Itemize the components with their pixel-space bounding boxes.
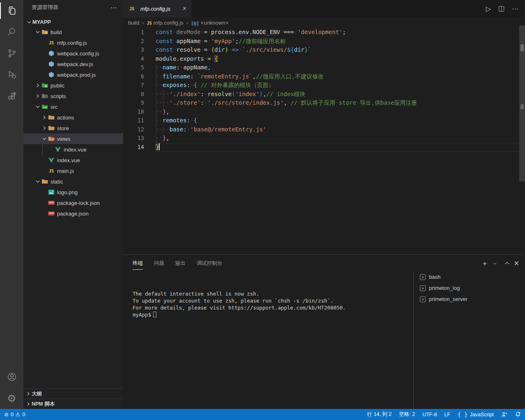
code-line-6[interactable]: 6··filename:·`remoteEntry.js`,//微应用入口,不建…: [123, 72, 519, 81]
tree-item-label: scripts: [50, 93, 66, 99]
code-line-1[interactable]: 1const·devMode·=·process.env.NODE_ENV·==…: [123, 28, 519, 37]
settings-gear-icon[interactable]: ⚙: [0, 388, 23, 409]
feedback-icon[interactable]: [499, 411, 510, 418]
code-line-11[interactable]: 11··remotes:·{: [123, 116, 519, 125]
tree-item-store[interactable]: store: [23, 123, 123, 133]
sidebar-section-NPM 脚本[interactable]: NPM 脚本: [23, 399, 123, 409]
source-control-icon[interactable]: [0, 43, 23, 64]
breadcrumb-item[interactable]: build: [128, 20, 139, 26]
breadcrumb-item[interactable]: JSmfp.config.js: [147, 20, 183, 26]
tree-item-webpack-prod-js[interactable]: webpack.prod.js: [23, 69, 123, 80]
code-line-8[interactable]: 8····'./index':·resolve('index'),//·inde…: [123, 90, 519, 99]
tree-item-src[interactable]: src: [23, 101, 123, 112]
code-line-13[interactable]: 13··},: [123, 134, 519, 143]
split-editor-icon[interactable]: [498, 6, 504, 12]
terminal-instance-bash[interactable]: >bash: [414, 271, 525, 282]
tree-item-static[interactable]: static: [23, 176, 123, 187]
chevron-spacer: [41, 168, 48, 174]
notifications-bell-icon[interactable]: [512, 411, 521, 418]
code-line-12[interactable]: 12····base:·'base@/remoteEntry.js': [123, 125, 519, 134]
chevron-right-icon: [25, 390, 32, 397]
chevron-right-icon[interactable]: [41, 125, 48, 131]
search-icon[interactable]: [0, 21, 23, 43]
sidebar-more-actions-icon[interactable]: ⋯: [110, 4, 117, 11]
indentation[interactable]: 空格: 2: [397, 411, 417, 418]
code-line-7[interactable]: 7··exposes:·{·//·对外暴露的模块（页面）: [123, 81, 519, 90]
language-mode[interactable]: { } JavaScript: [455, 412, 496, 418]
chevron-right-icon[interactable]: [41, 114, 48, 121]
terminal-output[interactable]: The default interactive shell is now zsh…: [133, 290, 406, 318]
tree-item-mfp-config-js[interactable]: JSmfp.config.js: [23, 37, 123, 48]
tree-item-label: webpack.prod.js: [57, 72, 96, 78]
tree-item-package-json[interactable]: npmpackage.json: [23, 208, 123, 219]
code-line-10[interactable]: 10··},: [123, 108, 519, 117]
tree-item-index-vue[interactable]: index.vue: [23, 144, 123, 155]
code-line-2[interactable]: 2const·appName·=·'myApp';//微前端应用名称: [123, 37, 519, 46]
encoding[interactable]: UTF-8: [420, 412, 439, 418]
chevron-spacer: [48, 146, 54, 153]
panel-tab-问题[interactable]: 问题: [154, 257, 164, 269]
tab-close-icon[interactable]: ×: [183, 5, 186, 12]
tree-item-webpack-dev-js[interactable]: webpack.dev.js: [23, 59, 123, 69]
tree-item-index-vue[interactable]: index.vue: [23, 155, 123, 165]
indent-guide: [156, 108, 156, 117]
tree-item-public[interactable]: public: [23, 80, 123, 91]
errors-count: 0: [11, 412, 14, 418]
chevron-down-icon[interactable]: [34, 178, 41, 185]
line-content: const·appName·=·'myApp';//微前端应用名称: [156, 37, 519, 46]
terminal-dropdown-icon[interactable]: [493, 261, 497, 266]
panel-tab-输出[interactable]: 输出: [175, 257, 186, 269]
folder-scripts-icon: [41, 93, 48, 99]
activity-bar: ⚙: [0, 0, 23, 409]
sidebar-section-大纲[interactable]: 大纲: [23, 388, 123, 399]
eol-sequence[interactable]: LF: [442, 412, 453, 418]
code-line-9[interactable]: 9····'./store':·'./src/store/index.js',·…: [123, 99, 519, 108]
terminal-instance-primeton_server[interactable]: >primeton_server: [414, 294, 525, 305]
chevron-right-icon[interactable]: [34, 82, 41, 89]
line-content: const·devMode·=·process.env.NODE_ENV·===…: [156, 28, 519, 37]
code-line-4[interactable]: 4module.exports·=·{: [123, 55, 519, 64]
tree-item-scripts[interactable]: scripts: [23, 91, 123, 101]
line-content: ··name:·appName,: [156, 63, 519, 72]
problems-status[interactable]: ⊘ 0 ⚠ 0: [4, 409, 28, 420]
code-editor[interactable]: 1const·devMode·=·process.env.NODE_ENV·==…: [123, 28, 519, 151]
indent-guide: [163, 90, 163, 99]
run-debug-icon[interactable]: [0, 64, 23, 85]
run-file-icon[interactable]: ▷: [486, 5, 491, 13]
extensions-icon[interactable]: [0, 85, 23, 107]
tree-item-build[interactable]: build: [23, 27, 123, 37]
tree-item-actions[interactable]: actions: [23, 112, 123, 123]
folder-build-icon: [41, 29, 48, 35]
explorer-icon[interactable]: [0, 0, 23, 21]
indent-guide: [156, 81, 156, 90]
terminal-instance-primeton_log[interactable]: >primeton_log: [414, 282, 525, 294]
chevron-down-icon[interactable]: [41, 135, 48, 142]
new-terminal-icon[interactable]: ＋: [481, 259, 488, 268]
tab-mfp-config[interactable]: JS mfp.config.js ×: [123, 0, 191, 17]
close-panel-icon[interactable]: ✕: [514, 259, 519, 267]
breadcrumb-label: build: [128, 20, 139, 26]
chevron-down-icon: [26, 19, 32, 25]
editor-scrollbar[interactable]: [519, 25, 525, 181]
tree-root-myapp[interactable]: MYAPP: [23, 17, 123, 27]
account-icon[interactable]: [0, 366, 23, 388]
tree-item-label: index.vue: [64, 147, 87, 153]
chevron-right-icon[interactable]: [34, 93, 41, 99]
breadcrumb-item[interactable]: [@]<unknown>: [191, 20, 228, 26]
maximize-panel-icon[interactable]: [504, 261, 510, 266]
tree-item-views[interactable]: views: [23, 133, 123, 144]
code-line-3[interactable]: 3const·resolve·=·(dir)·=>·`./src/views/$…: [123, 46, 519, 55]
tree-item-package-lock-json[interactable]: npmpackage-lock.json: [23, 197, 123, 208]
line-number: 9: [123, 99, 144, 108]
panel-tab-调试控制台[interactable]: 调试控制台: [197, 257, 222, 269]
code-line-14[interactable]: 14}: [123, 143, 519, 152]
chevron-down-icon[interactable]: [34, 29, 41, 35]
cursor-position[interactable]: 行 14, 列 2: [365, 411, 394, 418]
code-line-5[interactable]: 5··name:·appName,: [123, 63, 519, 72]
chevron-down-icon[interactable]: [34, 103, 41, 110]
tree-item-logo-png[interactable]: logo.png: [23, 187, 123, 197]
tree-item-main-js[interactable]: JSmain.js: [23, 165, 123, 176]
more-actions-icon[interactable]: ⋯: [512, 5, 518, 13]
panel-tab-终端[interactable]: 终端: [133, 257, 143, 269]
tree-item-webpack-config-js[interactable]: webpack.config.js: [23, 48, 123, 59]
